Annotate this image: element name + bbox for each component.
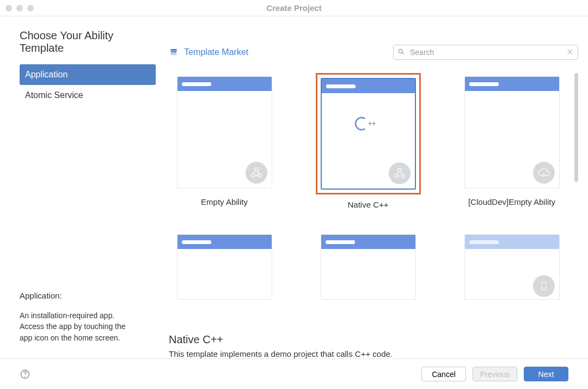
svg-point-10 [395,174,398,178]
zoom-window-button[interactable] [27,5,34,11]
sidebar-tabs: Application Atomic Service [0,64,158,106]
svg-point-11 [401,174,405,178]
window-title: Create Project [0,3,588,13]
template-card-partial-1[interactable] [169,231,280,303]
footer: Cancel Previous Next [0,358,588,389]
search-icon [397,48,405,56]
template-label: Empty Ability [201,197,248,206]
svg-point-7 [258,174,261,177]
svg-rect-12 [542,282,546,290]
template-card-clouddev-empty[interactable]: [CloudDev]Empty Ability [456,73,567,209]
sidebar-info: Application: An installation-required ap… [0,291,158,358]
svg-text:++: ++ [368,120,376,127]
template-card-partial-3[interactable] [456,231,567,303]
template-card-native-cpp[interactable]: ++ Native C++ [313,73,424,209]
detail-desc: This template implements a demo project … [169,349,578,358]
search-wrap [393,45,578,60]
template-card-empty-ability[interactable]: Empty Ability [169,73,280,209]
template-scroll: Empty Ability ++ [169,73,578,329]
template-label: Native C++ [347,200,388,209]
selection-highlight: ++ [316,73,421,194]
tab-atomic-service[interactable]: Atomic Service [20,85,156,106]
template-label: [CloudDev]Empty Ability [468,197,555,206]
page-heading: Choose Your Ability Template [0,29,158,64]
next-button[interactable]: Next [524,367,568,381]
template-market-label: Template Market [184,47,248,57]
svg-line-2 [402,53,404,54]
template-grid: Empty Ability ++ [169,73,578,303]
cancel-button[interactable]: Cancel [421,367,466,381]
minimize-window-button[interactable] [16,5,23,11]
titlebar: Create Project [0,0,588,16]
svg-point-1 [399,49,402,53]
cloud-badge-icon [533,162,555,184]
sidebar-info-desc: An installation-required app. Access the… [20,310,138,343]
ability-badge-icon [246,162,267,184]
template-card-partial-2[interactable] [313,231,424,303]
close-window-button[interactable] [5,5,12,11]
help-icon[interactable] [20,369,30,380]
template-market-link[interactable]: Template Market [169,47,248,57]
clear-search-icon[interactable] [566,48,574,56]
previous-button[interactable]: Previous [473,367,517,381]
content: Template Market [158,16,588,358]
cpp-icon: ++ [353,116,383,134]
device-badge-icon [533,275,555,297]
svg-point-6 [252,174,255,177]
content-topbar: Template Market [169,45,578,60]
detail-title: Native C++ [169,333,578,346]
window-controls [5,5,34,11]
ability-badge-icon [389,162,411,184]
scrollbar[interactable] [574,73,578,182]
sidebar: Choose Your Ability Template Application… [0,16,158,358]
sidebar-info-title: Application: [20,291,138,300]
svg-point-14 [24,376,26,377]
svg-rect-0 [171,51,177,52]
template-detail: Native C++ This template implements a de… [169,329,578,358]
store-icon [169,48,179,57]
tab-application[interactable]: Application [20,64,156,85]
search-input[interactable] [393,45,578,60]
